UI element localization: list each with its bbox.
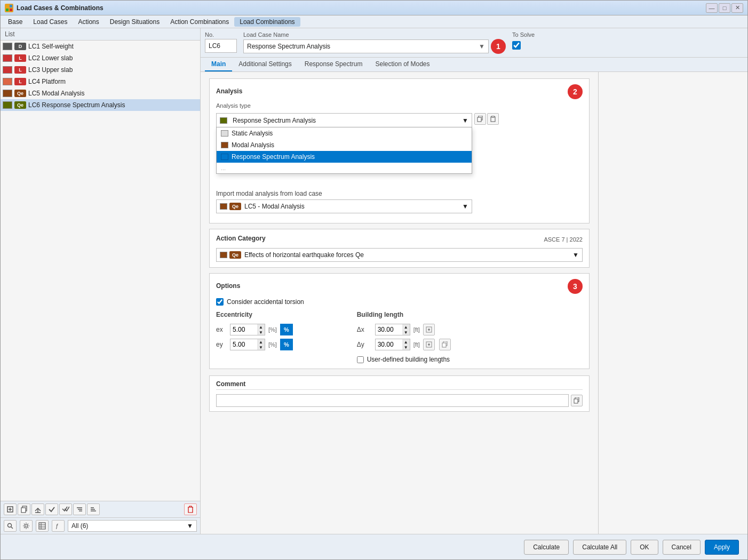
filter-value: All (6) — [71, 522, 88, 530]
no-label: No. — [205, 31, 237, 38]
tab-additional-settings[interactable]: Additional Settings — [232, 58, 298, 71]
ey-up-arrow[interactable]: ▲ — [257, 339, 265, 345]
dropdown-option-static[interactable]: Static Analysis — [217, 127, 472, 139]
analysis-copy-button[interactable] — [474, 113, 486, 125]
dropdown-option-extra[interactable]: ... — [217, 163, 472, 173]
menu-item-base[interactable]: Base — [3, 17, 28, 27]
delete-button[interactable] — [184, 503, 197, 515]
dropdown-option-modal[interactable]: Modal Analysis — [217, 139, 472, 151]
list-item[interactable]: D LC1 Self-weight — [1, 41, 200, 52]
settings-button[interactable] — [20, 520, 33, 532]
search-button[interactable] — [4, 520, 17, 532]
option-color-box — [221, 154, 228, 160]
maximize-button[interactable]: □ — [719, 3, 730, 13]
menu-item-load-cases[interactable]: Load Cases — [28, 17, 73, 27]
import-dropdown[interactable]: Qe LC5 - Modal Analysis ▼ — [216, 199, 472, 213]
check-button[interactable] — [45, 503, 58, 515]
action-category-arrow: ▼ — [572, 251, 579, 259]
name-field-group: Load Case Name Response Spectrum Analysi… — [243, 31, 506, 54]
user-defined-label: User-defined building lengths — [367, 356, 450, 363]
delta-x-pick-button[interactable] — [423, 324, 435, 335]
delta-y-label: Δy — [357, 341, 372, 348]
svg-line-18 — [11, 527, 13, 529]
list-item[interactable]: L LC3 Upper slab — [1, 64, 200, 76]
consider-torsion-row: Consider accidental torsion — [216, 298, 583, 306]
list-item[interactable]: Qe LC5 Modal Analysis — [1, 87, 200, 99]
calculate-button[interactable]: Calculate — [524, 540, 569, 555]
ey-input[interactable] — [230, 339, 257, 350]
ey-down-arrow[interactable]: ▼ — [257, 345, 265, 350]
ex-up-arrow[interactable]: ▲ — [257, 324, 265, 330]
menu-item-design-situations[interactable]: Design Situations — [105, 17, 165, 27]
list-item-badge: Qe — [14, 90, 26, 97]
delta-y-pick-button[interactable] — [423, 339, 435, 350]
comment-copy-button[interactable] — [571, 395, 583, 406]
table-view-button[interactable] — [36, 520, 49, 532]
list-item-color — [3, 90, 12, 97]
import-button[interactable] — [31, 503, 44, 515]
user-defined-checkbox[interactable] — [357, 356, 364, 363]
check2-button[interactable] — [59, 503, 72, 515]
load-case-name-dropdown[interactable]: Response Spectrum Analysis ▼ — [243, 39, 489, 53]
list-item-name: LC3 Upper slab — [28, 66, 73, 74]
sort2-button[interactable] — [87, 503, 100, 515]
comment-input[interactable] — [216, 394, 569, 407]
cancel-button[interactable]: Cancel — [663, 540, 701, 555]
ex-input[interactable] — [230, 324, 257, 335]
tab-selection-of-modes[interactable]: Selection of Modes — [369, 58, 436, 71]
delta-x-label: Δx — [357, 326, 372, 333]
consider-torsion-checkbox[interactable] — [216, 298, 224, 306]
apply-button[interactable]: Apply — [705, 540, 739, 555]
formula-button[interactable]: ƒ — [52, 520, 65, 532]
delta-x-row: Δx ▲ ▼ [ft] — [357, 324, 451, 335]
delta-x-spinner[interactable]: ▲ ▼ — [375, 324, 410, 335]
delta-y-spinner[interactable]: ▲ ▼ — [375, 339, 410, 350]
ey-percent-button[interactable]: % — [280, 339, 293, 350]
eccentricity-table: Eccentricity ex ▲ ▼ — [216, 311, 583, 363]
delta-y-input[interactable] — [376, 339, 402, 350]
action-category-title: Action Category — [216, 235, 266, 244]
copy-button[interactable] — [18, 503, 30, 515]
list-item[interactable]: L LC2 Lower slab — [1, 52, 200, 64]
filter-dropdown[interactable]: All (6) ▼ — [68, 520, 197, 532]
analysis-type-dropdown-container: Response Spectrum Analysis ▼ Static Anal… — [216, 113, 583, 127]
new-button[interactable] — [4, 503, 17, 515]
eccentricity-ex-row: ex ▲ ▼ [%] — [216, 324, 293, 335]
ok-button[interactable]: OK — [631, 540, 658, 555]
delta-x-input[interactable] — [376, 324, 402, 335]
list-item[interactable]: L LC4 Platform — [1, 76, 200, 87]
list-item[interactable]: Qe LC6 Response Spectrum Analysis — [1, 99, 200, 111]
svg-rect-36 — [574, 399, 578, 403]
svg-rect-2 — [6, 9, 9, 11]
dy-up-arrow[interactable]: ▲ — [402, 339, 410, 345]
ex-percent-button[interactable]: % — [280, 324, 293, 335]
annotation-2: 2 — [568, 84, 583, 99]
import-badge: Qe — [229, 203, 241, 210]
dx-up-arrow[interactable]: ▲ — [402, 324, 410, 330]
calculate-all-button[interactable]: Calculate All — [573, 540, 626, 555]
analysis-paste-button[interactable] — [487, 113, 499, 125]
tab-main[interactable]: Main — [205, 58, 232, 71]
dropdown-option-response-spectrum[interactable]: Response Spectrum Analysis — [217, 151, 472, 163]
close-button[interactable]: ✕ — [731, 3, 743, 13]
menu-item-action-combinations[interactable]: Action Combinations — [165, 17, 234, 27]
ex-spinner[interactable]: ▲ ▼ — [230, 324, 265, 335]
analysis-type-dropdown[interactable]: Response Spectrum Analysis ▼ — [216, 113, 472, 127]
action-category-dropdown[interactable]: Qe Effects of horizontal earthquake forc… — [216, 248, 583, 262]
menu-item-load-combinations[interactable]: Load Combinations — [234, 17, 300, 27]
to-solve-checkbox[interactable] — [512, 41, 521, 50]
ex-down-arrow[interactable]: ▼ — [257, 330, 265, 335]
tab-response-spectrum[interactable]: Response Spectrum — [298, 58, 369, 71]
dx-down-arrow[interactable]: ▼ — [402, 330, 410, 335]
dy-down-arrow[interactable]: ▼ — [402, 345, 410, 350]
svg-text:ƒ: ƒ — [55, 523, 59, 529]
sort-button[interactable] — [73, 503, 86, 515]
svg-rect-28 — [492, 116, 494, 117]
list-item-name: LC4 Platform — [28, 78, 66, 85]
menu-item-actions[interactable]: Actions — [73, 17, 104, 27]
no-input[interactable]: LC6 — [205, 39, 237, 53]
ey-spinner[interactable]: ▲ ▼ — [230, 339, 265, 350]
delta-y-copy-button[interactable] — [439, 339, 451, 350]
minimize-button[interactable]: — — [706, 3, 718, 13]
comment-title: Comment — [216, 380, 583, 390]
